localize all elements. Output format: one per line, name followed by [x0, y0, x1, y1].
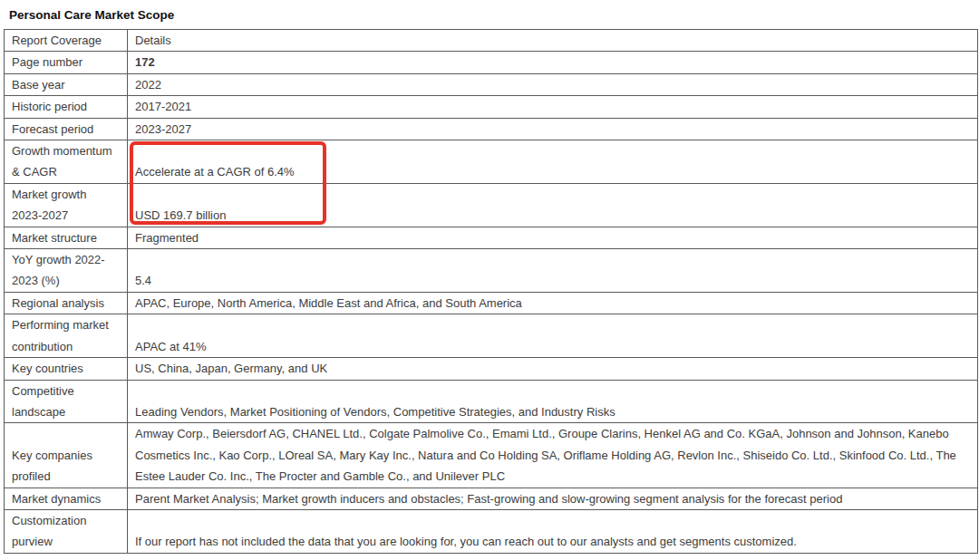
row-label: Key countries	[5, 358, 128, 380]
page: Personal Care Market Scope Report Covera…	[0, 0, 979, 560]
scope-table: Report Coverage Details Page number 172 …	[4, 29, 978, 554]
row-label: Market dynamics	[5, 488, 128, 509]
table-row-forecast-period: Forecast period 2023-2027	[5, 118, 978, 140]
row-value: 172	[128, 52, 978, 73]
table-row-key-countries: Key countries US, China, Japan, Germany,…	[5, 358, 978, 380]
table-row-key-companies: Key companies profiled Amway Corp., Beie…	[5, 423, 978, 488]
row-label: Key companies profiled	[5, 423, 128, 488]
row-label: Regional analysis	[5, 292, 128, 314]
row-label: Market structure	[5, 227, 128, 248]
table-row-performing-market: Performing market contribution APAC at 4…	[5, 314, 978, 358]
row-label: Base year	[5, 73, 128, 95]
row-label: Report Coverage	[5, 30, 128, 52]
row-value: If our report has not included the data …	[128, 509, 978, 553]
table-row-market-dynamics: Market dynamics Parent Market Analysis; …	[5, 488, 978, 509]
row-label: Market growth 2023-2027	[5, 183, 128, 227]
row-growth-momentum: Growth momentum & CAGR Accelerate at a C…	[5, 140, 978, 184]
page-title: Personal Care Market Scope	[0, 0, 979, 22]
row-value: Leading Vendors, Market Positioning of V…	[128, 380, 978, 423]
row-value-highlighted: USD 169.7 billion	[128, 183, 978, 227]
row-label: Performing market contribution	[5, 314, 128, 358]
table-row-regional-analysis: Regional analysis APAC, Europe, North Am…	[5, 292, 978, 314]
table-row-competitive-landscape: Competitive landscape Leading Vendors, M…	[5, 380, 978, 423]
row-label: Competitive landscape	[5, 380, 128, 423]
table-row-yoy-growth: YoY growth 2022-2023 (%) 5.4	[5, 249, 978, 293]
row-market-growth: Market growth 2023-2027 USD 169.7 billio…	[5, 183, 978, 227]
row-value: Details	[128, 30, 978, 52]
row-value: 2022	[128, 73, 978, 95]
row-value: 5.4	[128, 249, 978, 293]
row-label: Page number	[5, 52, 128, 73]
row-value: Parent Market Analysis; Market growth in…	[128, 488, 978, 509]
row-label: YoY growth 2022-2023 (%)	[5, 249, 128, 293]
row-label: Growth momentum & CAGR	[5, 140, 128, 184]
table-row-market-structure: Market structure Fragmented	[5, 227, 978, 248]
table-row-report-coverage: Report Coverage Details	[5, 30, 978, 52]
row-label: Forecast period	[5, 118, 128, 140]
table-row-base-year: Base year 2022	[5, 73, 978, 95]
row-value-highlighted: Accelerate at a CAGR of 6.4%	[128, 140, 978, 184]
row-value: 2023-2027	[128, 118, 978, 140]
row-value: APAC at 41%	[128, 314, 978, 358]
table-row-page-number: Page number 172	[5, 52, 978, 73]
table-row-customization-purview: Customization purview If our report has …	[5, 509, 978, 553]
row-value: 2017-2021	[128, 96, 978, 118]
row-value: APAC, Europe, North America, Middle East…	[128, 292, 978, 314]
row-value: US, China, Japan, Germany, and UK	[128, 358, 978, 380]
row-label: Customization purview	[5, 509, 128, 553]
table-row-historic-period: Historic period 2017-2021	[5, 96, 978, 118]
row-value: Amway Corp., Beiersdorf AG, CHANEL Ltd.,…	[128, 423, 978, 488]
row-value: Fragmented	[128, 227, 978, 248]
row-label: Historic period	[5, 96, 128, 118]
